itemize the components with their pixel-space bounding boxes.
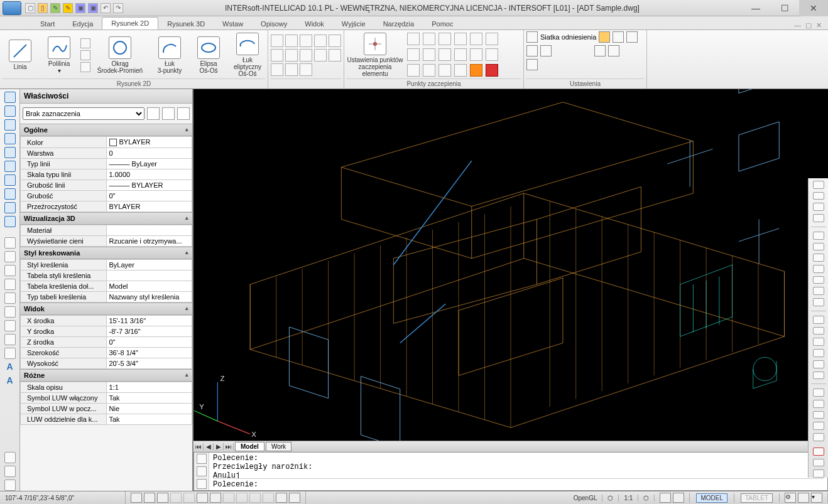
zoom-icon[interactable]	[4, 480, 16, 491]
tool-icon[interactable]	[813, 192, 824, 200]
group-rozne[interactable]: Różne	[20, 369, 192, 382]
tool-icon[interactable]	[300, 35, 312, 47]
tool-icon[interactable]	[813, 298, 824, 306]
tool-icon[interactable]	[4, 265, 16, 276]
viewtab-model[interactable]: Model	[235, 442, 264, 451]
okrag-button[interactable]: OkrągŚrodek-Promień	[92, 36, 148, 74]
tool-icon[interactable]	[813, 327, 824, 335]
group-ogolne[interactable]: Ogólne	[20, 124, 192, 136]
status-btn[interactable]	[798, 493, 809, 503]
snap-icon[interactable]	[407, 48, 420, 61]
status-btn[interactable]	[197, 493, 208, 503]
command-input[interactable]: Polecenie:	[213, 478, 824, 489]
status-model[interactable]: MODEL	[696, 493, 727, 503]
snap-icon[interactable]	[454, 48, 467, 61]
snap-icon[interactable]	[454, 64, 467, 77]
pickadd-icon[interactable]	[162, 107, 175, 120]
status-btn[interactable]	[673, 493, 684, 503]
tool-icon[interactable]	[813, 203, 824, 211]
minimize-button[interactable]: —	[741, 0, 770, 16]
small-tool-icon[interactable]	[80, 62, 90, 72]
snap-icon[interactable]	[423, 64, 435, 77]
snap-icon[interactable]	[454, 33, 467, 45]
tool-icon[interactable]	[4, 147, 16, 158]
tab-nav-next[interactable]: ▶	[214, 443, 224, 450]
tool-icon[interactable]	[329, 49, 341, 62]
status-btn[interactable]	[249, 493, 261, 503]
qat-icon[interactable]: ✎	[63, 3, 73, 13]
status-btn[interactable]	[210, 493, 221, 503]
small-tool-icon[interactable]	[80, 38, 90, 48]
setting-icon[interactable]	[613, 31, 624, 43]
snap-icon[interactable]	[470, 33, 482, 45]
tool-icon[interactable]	[4, 92, 16, 103]
tool-icon[interactable]	[285, 63, 298, 76]
tab-nav-last[interactable]: ⏭	[224, 443, 234, 450]
tool-icon[interactable]	[4, 133, 16, 144]
zoom-icon[interactable]	[4, 466, 16, 477]
quickselect-icon[interactable]	[147, 107, 160, 120]
tab-rysunek3d[interactable]: Rysunek 3D	[158, 18, 214, 29]
tool-icon[interactable]	[4, 105, 16, 117]
setting-icon[interactable]	[540, 45, 552, 56]
snap-icon[interactable]	[407, 33, 420, 45]
status-btn[interactable]	[131, 493, 142, 503]
tab-wyjscie[interactable]: Wyjście	[333, 18, 374, 29]
properties-scroll[interactable]: Ogólne KolorBYLAYER Warstwa0 Typ linii——…	[20, 124, 192, 491]
tab-edycja[interactable]: Edycja	[63, 18, 102, 29]
group-wizualizacja[interactable]: Wizualizacja 3D	[20, 212, 192, 225]
tool-icon[interactable]	[813, 389, 824, 397]
tool-icon[interactable]	[4, 306, 16, 318]
tab-wstaw[interactable]: Wstaw	[214, 18, 252, 29]
snap-icon[interactable]	[470, 48, 482, 61]
status-tablet[interactable]: TABLET	[741, 493, 773, 503]
selection-combo[interactable]: Brak zaznaczenia	[23, 107, 144, 120]
tool-icon[interactable]	[4, 216, 16, 227]
tool-icon[interactable]	[813, 316, 824, 324]
small-tool-icon[interactable]	[80, 50, 90, 60]
status-btn[interactable]	[236, 493, 248, 503]
status-anno2[interactable]: ⬡	[638, 495, 655, 501]
maximize-button[interactable]: ☐	[770, 0, 799, 16]
tool-icon[interactable]	[4, 348, 16, 359]
group-widok[interactable]: Widok	[20, 303, 192, 315]
setting-icon[interactable]	[626, 31, 638, 43]
tool-icon[interactable]	[4, 202, 16, 213]
pan-icon[interactable]	[4, 452, 16, 463]
tab-rysunek2d[interactable]: Rysunek 2D	[102, 17, 158, 29]
linia-button[interactable]: Linia	[3, 40, 38, 70]
tool-icon[interactable]	[4, 279, 16, 290]
tool-icon[interactable]	[314, 35, 327, 47]
elipsa-button[interactable]: ElipsaOś-Oś	[191, 36, 226, 74]
setting-icon[interactable]	[526, 45, 538, 56]
tool-icon[interactable]	[271, 49, 283, 62]
status-btn[interactable]	[170, 493, 182, 503]
tab-nav-prev[interactable]: ◀	[204, 443, 214, 450]
snap-icon[interactable]	[439, 48, 451, 61]
snap-icon[interactable]	[423, 33, 435, 45]
tool-icon[interactable]	[314, 49, 327, 62]
model-viewport[interactable]: Z X Y	[193, 89, 828, 441]
cmd-tool-icon[interactable]	[197, 454, 207, 464]
polilinia-button[interactable]: Polilinia▾	[41, 36, 77, 74]
setting-icon[interactable]	[608, 45, 619, 56]
setting-icon[interactable]	[594, 45, 606, 56]
tool-icon[interactable]	[4, 237, 16, 249]
qat-saveall-icon[interactable]: ▣	[88, 3, 98, 13]
tab-widok[interactable]: Widok	[296, 18, 333, 29]
status-btn[interactable]: ▾	[811, 493, 822, 503]
status-btn[interactable]	[183, 493, 195, 503]
tool-icon[interactable]	[813, 372, 824, 380]
grid-icon[interactable]	[526, 31, 538, 43]
qat-open-icon[interactable]: ▯	[38, 3, 48, 13]
qat-undo-icon[interactable]: ↶	[101, 3, 111, 13]
tool-icon[interactable]	[813, 232, 824, 240]
cmd-tool-icon[interactable]	[197, 466, 207, 476]
snap-icon[interactable]	[470, 64, 482, 77]
tool-icon[interactable]	[813, 349, 824, 357]
tab-narzedzia[interactable]: Narzędzia	[374, 18, 423, 29]
qat-save-icon[interactable]: ▣	[75, 3, 85, 13]
tab-pomoc[interactable]: Pomoc	[423, 18, 462, 29]
tab-start[interactable]: Start	[31, 18, 63, 29]
status-btn[interactable]	[276, 493, 287, 503]
